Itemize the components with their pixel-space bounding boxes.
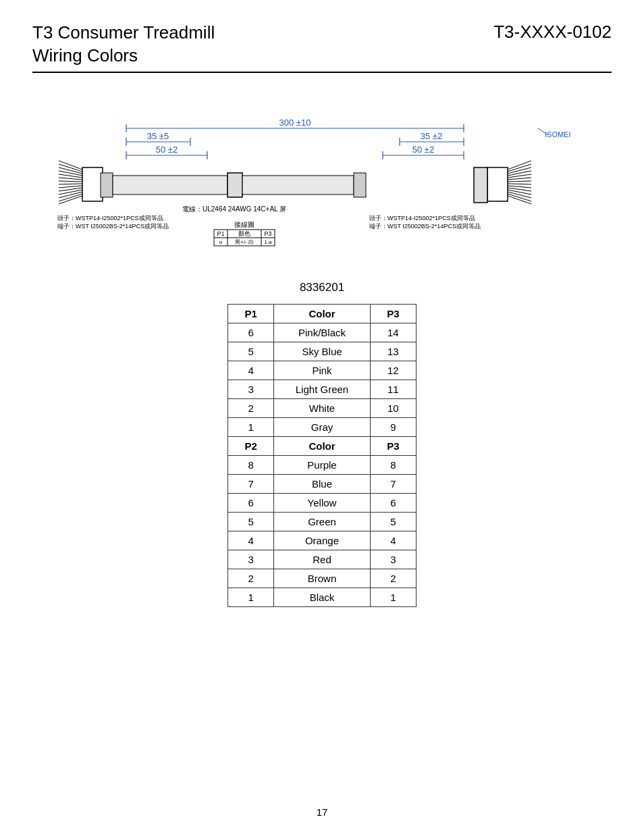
- table-row: 3Red3: [228, 550, 417, 569]
- table-cell-color: Orange: [274, 531, 370, 550]
- table-cell-p1: P1: [228, 304, 274, 323]
- table-cell-p3: 9: [370, 417, 416, 436]
- table-cell-p3: 14: [370, 323, 416, 342]
- header-title-left: T3 Consumer Treadmill Wiring Colors: [32, 22, 215, 68]
- table-cell-color: Light Green: [274, 380, 370, 398]
- table-cell-color: Sky Blue: [274, 342, 370, 361]
- table-cell-p1: 2: [228, 569, 274, 588]
- svg-rect-37: [101, 173, 113, 197]
- title-line2: Wiring Colors: [32, 45, 215, 68]
- svg-text:1.a: 1.a: [264, 239, 272, 245]
- table-cell-p3: 13: [370, 342, 416, 361]
- svg-rect-41: [354, 173, 366, 197]
- table-cell-color: Gray: [274, 417, 370, 436]
- table-cell-p3: 11: [370, 380, 416, 398]
- svg-line-51: [508, 186, 531, 188]
- svg-rect-39: [227, 173, 242, 197]
- table-row: 7Blue7: [228, 474, 417, 493]
- svg-text:黑+/- 白: 黑+/- 白: [235, 239, 254, 245]
- table-cell-p3: 10: [370, 398, 416, 417]
- part-number: 8336201: [32, 281, 612, 294]
- table-cell-color: Pink/Black: [274, 323, 370, 342]
- table-cell-p1: 6: [228, 493, 274, 512]
- table-cell-p1: 8: [228, 455, 274, 474]
- svg-rect-38: [113, 176, 227, 194]
- svg-rect-71: [474, 167, 487, 203]
- header: T3 Consumer Treadmill Wiring Colors T3-X…: [32, 22, 612, 68]
- table-row: P2ColorP3: [228, 436, 417, 455]
- svg-text:o: o: [219, 239, 223, 245]
- svg-line-31: [59, 186, 82, 188]
- svg-line-28: [59, 178, 82, 180]
- svg-text:50 ±2: 50 ±2: [156, 145, 178, 155]
- table-cell-p3: 4: [370, 531, 416, 550]
- table-cell-p1: 4: [228, 361, 274, 380]
- table-row: 6Pink/Black14: [228, 323, 417, 342]
- table-cell-p1: 1: [228, 588, 274, 606]
- table-cell-p3: 3: [370, 550, 416, 569]
- table-cell-p1: 3: [228, 550, 274, 569]
- svg-line-49: [508, 181, 531, 182]
- table-cell-p1: 6: [228, 323, 274, 342]
- header-divider: [32, 72, 612, 73]
- svg-text:端子：WST I25002BS-2*14PCS或同等品: 端子：WST I25002BS-2*14PCS或同等品: [57, 223, 169, 230]
- table-cell-p3: P3: [370, 436, 416, 455]
- table-cell-p1: 4: [228, 531, 274, 550]
- table-cell-p1: 5: [228, 512, 274, 531]
- svg-text:35 ±2: 35 ±2: [421, 131, 442, 141]
- header-title-right: T3-XXXX-0102: [493, 22, 612, 43]
- svg-text:顏色: 顏色: [238, 230, 250, 237]
- table-cell-p1: P2: [228, 436, 274, 455]
- table-cell-p3: 2: [370, 569, 416, 588]
- table-cell-color: Color: [274, 304, 370, 323]
- svg-rect-40: [242, 176, 354, 194]
- table-cell-p3: 6: [370, 493, 416, 512]
- svg-text:接線圖: 接線圖: [234, 221, 254, 228]
- table-cell-p3: P3: [370, 304, 416, 323]
- table-cell-p1: 2: [228, 398, 274, 417]
- page: T3 Consumer Treadmill Wiring Colors T3-X…: [0, 0, 644, 834]
- table-row: 5Sky Blue13: [228, 342, 417, 361]
- svg-text:端子：WST I25002BS-2*14PCS或同等品: 端子：WST I25002BS-2*14PCS或同等品: [369, 223, 481, 230]
- table-cell-color: Green: [274, 512, 370, 531]
- table-row: 1Gray9: [228, 417, 417, 436]
- table-row: 8Purple8: [228, 455, 417, 474]
- table-cell-p3: 7: [370, 474, 416, 493]
- table-cell-color: White: [274, 398, 370, 417]
- table-cell-color: Blue: [274, 474, 370, 493]
- table-row: 5Green5: [228, 512, 417, 531]
- table-cell-p3: 1: [370, 588, 416, 606]
- svg-text:ISOMEI: ISOMEI: [545, 130, 571, 138]
- table-cell-color: Brown: [274, 569, 370, 588]
- svg-text:頭子：WSTP14-I25002*1PCS或同等品: 頭子：WSTP14-I25002*1PCS或同等品: [369, 215, 475, 221]
- title-line1: T3 Consumer Treadmill: [32, 22, 215, 45]
- table-cell-p3: 12: [370, 361, 416, 380]
- svg-text:50 ±2: 50 ±2: [412, 145, 434, 155]
- table-cell-color: Red: [274, 550, 370, 569]
- table-row: P1ColorP3: [228, 304, 417, 323]
- svg-line-50: [508, 184, 531, 184]
- svg-line-29: [59, 181, 82, 182]
- table-cell-color: Pink: [274, 361, 370, 380]
- svg-text:電線：UL2464 24AWG 14C+AL 屏: 電線：UL2464 24AWG 14C+AL 屏: [182, 205, 286, 213]
- svg-line-48: [508, 178, 531, 180]
- svg-text:頭子：WSTP14-I25002*1PCS或同等品: 頭子：WSTP14-I25002*1PCS或同等品: [57, 215, 163, 221]
- svg-text:300 ±10: 300 ±10: [279, 118, 311, 128]
- svg-text:P1: P1: [217, 230, 224, 237]
- table-cell-p1: 7: [228, 474, 274, 493]
- table-cell-color: Black: [274, 588, 370, 606]
- table-row: 2Brown2: [228, 569, 417, 588]
- table-cell-color: Color: [274, 436, 370, 455]
- table-container: P1ColorP36Pink/Black145Sky Blue134Pink12…: [32, 304, 612, 607]
- table-cell-p1: 5: [228, 342, 274, 361]
- table-cell-color: Purple: [274, 455, 370, 474]
- svg-line-30: [59, 184, 82, 184]
- svg-rect-42: [487, 167, 508, 201]
- table-row: 4Orange4: [228, 531, 417, 550]
- table-cell-p1: 1: [228, 417, 274, 436]
- table-row: 6Yellow6: [228, 493, 417, 512]
- table-cell-p3: 5: [370, 512, 416, 531]
- svg-rect-22: [82, 167, 103, 201]
- page-number: 17: [0, 806, 644, 818]
- wiring-diagram: 300 ±10 35 ±5 35 ±2 50 ±2 50 ±2 ISOMEI: [45, 93, 599, 269]
